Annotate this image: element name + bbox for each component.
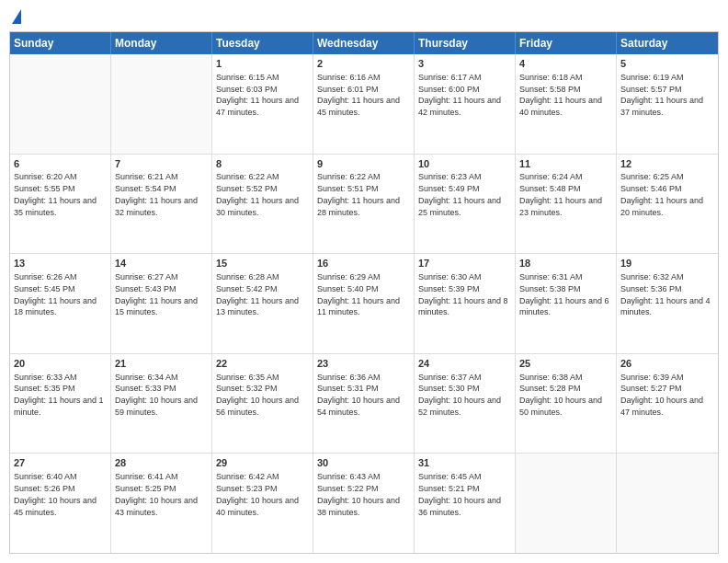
day-number: 7 [115, 157, 208, 171]
day-info: Sunrise: 6:23 AM Sunset: 5:49 PM Dayligh… [418, 172, 501, 216]
day-cell-2: 2Sunrise: 6:16 AM Sunset: 6:01 PM Daylig… [313, 54, 415, 154]
week-row-3: 13Sunrise: 6:26 AM Sunset: 5:45 PM Dayli… [10, 254, 718, 354]
day-info: Sunrise: 6:26 AM Sunset: 5:45 PM Dayligh… [14, 272, 97, 316]
day-number: 3 [418, 57, 511, 71]
day-number: 26 [620, 357, 714, 371]
day-number: 18 [519, 257, 612, 270]
day-cell-5: 5Sunrise: 6:19 AM Sunset: 5:57 PM Daylig… [617, 54, 718, 154]
day-number: 31 [418, 456, 511, 470]
day-cell-27: 27Sunrise: 6:40 AM Sunset: 5:26 PM Dayli… [10, 454, 111, 553]
day-info: Sunrise: 6:21 AM Sunset: 5:54 PM Dayligh… [115, 172, 198, 216]
day-info: Sunrise: 6:15 AM Sunset: 6:03 PM Dayligh… [216, 73, 299, 117]
header-monday: Monday [111, 32, 212, 54]
day-number: 1 [216, 57, 309, 71]
day-number: 21 [115, 357, 208, 371]
day-number: 17 [418, 257, 511, 270]
day-cell-7: 7Sunrise: 6:21 AM Sunset: 5:54 PM Daylig… [111, 155, 212, 254]
week-row-2: 6Sunrise: 6:20 AM Sunset: 5:55 PM Daylig… [10, 155, 718, 255]
day-number: 15 [216, 257, 309, 270]
header [9, 9, 719, 24]
day-cell-15: 15Sunrise: 6:28 AM Sunset: 5:42 PM Dayli… [212, 254, 313, 353]
day-info: Sunrise: 6:18 AM Sunset: 5:58 PM Dayligh… [519, 73, 602, 117]
day-info: Sunrise: 6:27 AM Sunset: 5:43 PM Dayligh… [115, 272, 198, 316]
day-number: 28 [115, 456, 208, 470]
calendar-body: 1Sunrise: 6:15 AM Sunset: 6:03 PM Daylig… [10, 54, 718, 553]
header-tuesday: Tuesday [212, 32, 313, 54]
day-number: 25 [519, 357, 612, 371]
day-number: 5 [620, 57, 714, 71]
day-number: 13 [14, 257, 107, 270]
header-thursday: Thursday [415, 32, 516, 54]
header-friday: Friday [516, 32, 617, 54]
page: Sunday Monday Tuesday Wednesday Thursday… [0, 0, 728, 563]
day-cell-16: 16Sunrise: 6:29 AM Sunset: 5:40 PM Dayli… [313, 254, 415, 353]
logo-arrow-icon [12, 9, 21, 24]
day-number: 27 [14, 456, 107, 470]
header-saturday: Saturday [617, 32, 718, 54]
day-cell-18: 18Sunrise: 6:31 AM Sunset: 5:38 PM Dayli… [516, 254, 617, 353]
calendar: Sunday Monday Tuesday Wednesday Thursday… [9, 31, 719, 554]
day-cell-28: 28Sunrise: 6:41 AM Sunset: 5:25 PM Dayli… [111, 454, 212, 553]
day-cell-10: 10Sunrise: 6:23 AM Sunset: 5:49 PM Dayli… [415, 155, 516, 254]
day-info: Sunrise: 6:43 AM Sunset: 5:22 PM Dayligh… [317, 472, 400, 516]
day-info: Sunrise: 6:29 AM Sunset: 5:40 PM Dayligh… [317, 272, 400, 316]
day-number: 11 [519, 157, 612, 171]
day-number: 19 [620, 257, 714, 270]
day-cell-17: 17Sunrise: 6:30 AM Sunset: 5:39 PM Dayli… [415, 254, 516, 353]
logo [9, 9, 21, 24]
day-number: 6 [14, 157, 107, 171]
day-cell-31: 31Sunrise: 6:45 AM Sunset: 5:21 PM Dayli… [415, 454, 516, 553]
week-row-5: 27Sunrise: 6:40 AM Sunset: 5:26 PM Dayli… [10, 454, 718, 553]
day-number: 23 [317, 357, 410, 371]
calendar-header: Sunday Monday Tuesday Wednesday Thursday… [10, 32, 718, 54]
day-cell-12: 12Sunrise: 6:25 AM Sunset: 5:46 PM Dayli… [617, 155, 718, 254]
day-cell-19: 19Sunrise: 6:32 AM Sunset: 5:36 PM Dayli… [617, 254, 718, 353]
day-info: Sunrise: 6:41 AM Sunset: 5:25 PM Dayligh… [115, 472, 198, 516]
header-wednesday: Wednesday [313, 32, 415, 54]
day-cell-25: 25Sunrise: 6:38 AM Sunset: 5:28 PM Dayli… [516, 354, 617, 454]
empty-cell [10, 54, 111, 154]
day-number: 10 [418, 157, 511, 171]
day-info: Sunrise: 6:31 AM Sunset: 5:38 PM Dayligh… [519, 272, 609, 316]
day-info: Sunrise: 6:20 AM Sunset: 5:55 PM Dayligh… [14, 172, 97, 216]
day-cell-13: 13Sunrise: 6:26 AM Sunset: 5:45 PM Dayli… [10, 254, 111, 353]
day-info: Sunrise: 6:17 AM Sunset: 6:00 PM Dayligh… [418, 73, 501, 117]
day-info: Sunrise: 6:33 AM Sunset: 5:35 PM Dayligh… [14, 373, 104, 417]
day-info: Sunrise: 6:30 AM Sunset: 5:39 PM Dayligh… [418, 272, 508, 316]
week-row-1: 1Sunrise: 6:15 AM Sunset: 6:03 PM Daylig… [10, 54, 718, 155]
week-row-4: 20Sunrise: 6:33 AM Sunset: 5:35 PM Dayli… [10, 354, 718, 454]
day-info: Sunrise: 6:37 AM Sunset: 5:30 PM Dayligh… [418, 373, 501, 417]
day-info: Sunrise: 6:22 AM Sunset: 5:51 PM Dayligh… [317, 172, 400, 216]
day-number: 24 [418, 357, 511, 371]
day-info: Sunrise: 6:36 AM Sunset: 5:31 PM Dayligh… [317, 373, 400, 417]
day-number: 9 [317, 157, 410, 171]
day-cell-26: 26Sunrise: 6:39 AM Sunset: 5:27 PM Dayli… [617, 354, 718, 454]
day-cell-4: 4Sunrise: 6:18 AM Sunset: 5:58 PM Daylig… [516, 54, 617, 154]
day-info: Sunrise: 6:35 AM Sunset: 5:32 PM Dayligh… [216, 373, 299, 417]
empty-cell [617, 454, 718, 553]
day-info: Sunrise: 6:42 AM Sunset: 5:23 PM Dayligh… [216, 472, 299, 516]
day-number: 30 [317, 456, 410, 470]
day-info: Sunrise: 6:22 AM Sunset: 5:52 PM Dayligh… [216, 172, 299, 216]
empty-cell [111, 54, 212, 154]
header-sunday: Sunday [10, 32, 111, 54]
day-number: 2 [317, 57, 410, 71]
day-cell-21: 21Sunrise: 6:34 AM Sunset: 5:33 PM Dayli… [111, 354, 212, 454]
day-info: Sunrise: 6:28 AM Sunset: 5:42 PM Dayligh… [216, 272, 299, 316]
day-info: Sunrise: 6:32 AM Sunset: 5:36 PM Dayligh… [620, 272, 711, 316]
day-cell-23: 23Sunrise: 6:36 AM Sunset: 5:31 PM Dayli… [313, 354, 415, 454]
day-cell-20: 20Sunrise: 6:33 AM Sunset: 5:35 PM Dayli… [10, 354, 111, 454]
day-number: 20 [14, 357, 107, 371]
day-cell-29: 29Sunrise: 6:42 AM Sunset: 5:23 PM Dayli… [212, 454, 313, 553]
day-cell-6: 6Sunrise: 6:20 AM Sunset: 5:55 PM Daylig… [10, 155, 111, 254]
day-info: Sunrise: 6:34 AM Sunset: 5:33 PM Dayligh… [115, 373, 198, 417]
day-number: 16 [317, 257, 410, 270]
day-info: Sunrise: 6:24 AM Sunset: 5:48 PM Dayligh… [519, 172, 602, 216]
day-info: Sunrise: 6:38 AM Sunset: 5:28 PM Dayligh… [519, 373, 602, 417]
day-number: 22 [216, 357, 309, 371]
empty-cell [516, 454, 617, 553]
day-info: Sunrise: 6:45 AM Sunset: 5:21 PM Dayligh… [418, 472, 501, 516]
day-number: 14 [115, 257, 208, 270]
day-cell-9: 9Sunrise: 6:22 AM Sunset: 5:51 PM Daylig… [313, 155, 415, 254]
day-info: Sunrise: 6:39 AM Sunset: 5:27 PM Dayligh… [620, 373, 703, 417]
